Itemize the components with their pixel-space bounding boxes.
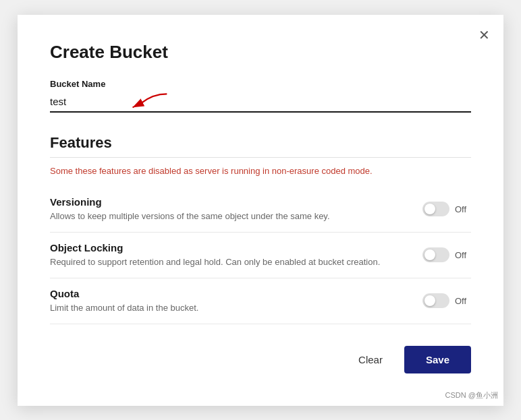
modal-title: Create Bucket xyxy=(50,42,471,63)
object-locking-name: Object Locking xyxy=(50,242,406,253)
bucket-name-label: Bucket Name xyxy=(50,79,471,89)
versioning-toggle[interactable] xyxy=(422,202,449,216)
modal-footer: Clear Save xyxy=(50,346,471,373)
quota-desc: Limit the amount of data in the bucket. xyxy=(50,302,406,314)
close-button[interactable]: ✕ xyxy=(476,26,493,44)
annotation-arrow xyxy=(117,92,171,112)
quota-toggle-label: Off xyxy=(455,296,471,306)
clear-button[interactable]: Clear xyxy=(348,347,393,372)
bucket-name-input[interactable] xyxy=(50,93,471,113)
features-warning: Some these features are disabled as serv… xyxy=(50,166,471,176)
features-section: Features Some these features are disable… xyxy=(50,134,471,325)
bucket-name-section: Bucket Name xyxy=(50,79,471,113)
quota-toggle[interactable] xyxy=(422,293,449,308)
quota-name: Quota xyxy=(50,288,406,299)
object-locking-toggle[interactable] xyxy=(422,247,449,262)
features-title: Features xyxy=(50,134,471,152)
versioning-name: Versioning xyxy=(50,196,406,208)
object-locking-toggle-label: Off xyxy=(455,250,471,260)
features-divider xyxy=(50,157,471,158)
modal-overlay: ✕ Create Bucket Bucket Name xyxy=(0,0,521,420)
object-locking-desc: Required to support retention and legal … xyxy=(50,256,406,268)
save-button[interactable]: Save xyxy=(404,346,471,373)
versioning-row: Versioning Allows to keep multiple versi… xyxy=(50,187,471,233)
object-locking-row: Object Locking Required to support reten… xyxy=(50,233,471,278)
quota-row: Quota Limit the amount of data in the bu… xyxy=(50,278,471,324)
versioning-toggle-label: Off xyxy=(455,204,471,214)
versioning-desc: Allows to keep multiple versions of the … xyxy=(50,210,406,222)
watermark: CSDN @鱼小洲 xyxy=(445,390,498,400)
create-bucket-modal: ✕ Create Bucket Bucket Name xyxy=(18,15,503,406)
